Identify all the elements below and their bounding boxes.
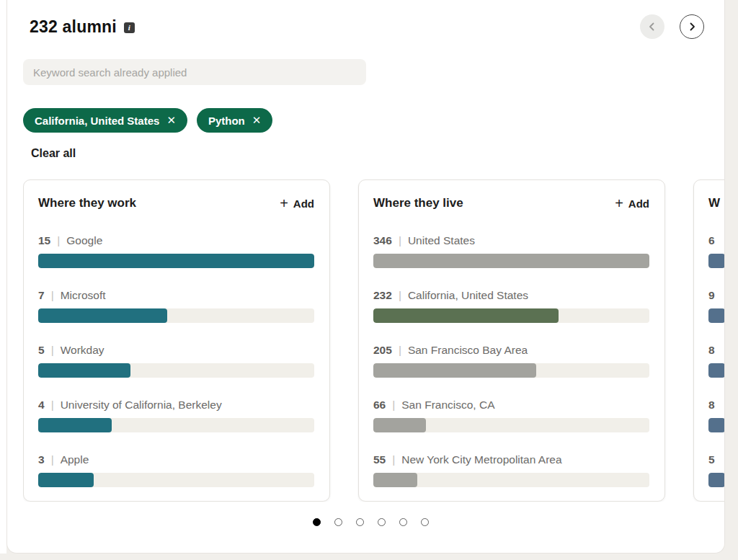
filter-pill-california[interactable]: California, United States ✕ (23, 108, 187, 133)
bar-fill (708, 254, 724, 268)
add-filter-button[interactable]: + Add (615, 197, 649, 210)
bar-row-label: 8 (708, 398, 724, 412)
add-filter-button[interactable]: + Add (280, 197, 314, 210)
bar-row-name: Workday (61, 343, 105, 357)
bar-row-label: 55 | New York City Metropolitan Area (373, 453, 649, 467)
bar-row[interactable]: 8 (708, 398, 724, 432)
bar-track (38, 308, 314, 323)
bar-row-name: Apple (61, 453, 89, 467)
bar-row-name: United States (408, 234, 475, 248)
filter-pills: California, United States ✕ Python ✕ (23, 108, 724, 133)
bar-track (373, 308, 649, 323)
bar-row[interactable]: 346 | United States (373, 234, 649, 268)
alumni-insights-panel: 232 alumni i California, United States ✕… (6, 0, 725, 554)
bar-row-count: 55 (373, 453, 386, 467)
bar-row[interactable]: 15 | Google (38, 234, 314, 268)
filter-pill-label: California, United States (35, 115, 159, 127)
bar-row[interactable]: 4 | University of California, Berkeley (38, 398, 314, 432)
bar-fill (373, 418, 426, 432)
info-icon[interactable]: i (124, 22, 135, 33)
bar-row[interactable]: 5 (708, 453, 724, 487)
bar-fill (373, 363, 536, 378)
bar-row[interactable]: 9 (708, 288, 724, 323)
bar-row-name: California, United States (408, 288, 528, 303)
bar-row-label: 5 | Workday (38, 343, 314, 357)
keyword-search-input[interactable] (23, 59, 366, 85)
separator: | (51, 288, 54, 303)
bar-fill (373, 473, 417, 487)
card-title: Where they live (373, 196, 463, 210)
header-bar: 232 alumni i (30, 14, 704, 39)
bar-row-label: 346 | United States (373, 234, 649, 248)
page-dot-2[interactable] (334, 518, 342, 526)
bar-row[interactable]: 7 | Microsoft (38, 288, 314, 323)
bar-row-label: 205 | San Francisco Bay Area (373, 343, 649, 357)
card-where-they-live: Where they live + Add 346 | United State… (358, 179, 665, 502)
separator: | (51, 398, 54, 412)
card-partially-visible: W 6 9 8 8 (693, 179, 724, 502)
bar-row-count: 8 (708, 343, 715, 357)
bar-row[interactable]: 3 | Apple (38, 453, 314, 487)
separator: | (51, 453, 54, 467)
carousel-next-button[interactable] (680, 14, 704, 39)
bar-fill (373, 308, 559, 323)
page-dot-6[interactable] (421, 518, 429, 526)
bar-row-count: 66 (373, 398, 386, 412)
bar-track (708, 418, 724, 432)
bar-row[interactable]: 66 | San Francisco, CA (373, 398, 649, 432)
bar-row-name: New York City Metropolitan Area (401, 453, 561, 467)
bar-fill (38, 363, 130, 378)
bar-row[interactable]: 6 (708, 234, 724, 268)
bar-row-count: 7 (38, 288, 45, 303)
bar-track (708, 254, 724, 268)
page-dot-5[interactable] (399, 518, 407, 526)
bar-row[interactable]: 232 | California, United States (373, 288, 649, 323)
bar-fill (38, 308, 167, 323)
bar-track (38, 363, 314, 378)
bar-fill (38, 473, 94, 487)
bar-row-label: 8 (708, 343, 724, 357)
bar-track (373, 254, 649, 268)
close-icon[interactable]: ✕ (252, 114, 262, 127)
bar-row-count: 5 (38, 343, 45, 357)
separator: | (57, 234, 60, 248)
bar-row-label: 3 | Apple (38, 453, 314, 467)
bar-fill (708, 418, 724, 432)
bar-fill (38, 254, 314, 268)
bar-track (38, 418, 314, 432)
page-dot-1[interactable] (313, 518, 321, 526)
separator: | (399, 343, 401, 357)
page-dot-4[interactable] (378, 518, 386, 526)
bar-row[interactable]: 55 | New York City Metropolitan Area (373, 453, 649, 487)
bar-row-name: Microsoft (61, 288, 106, 303)
bar-row-name: San Francisco, CA (401, 398, 494, 412)
chevron-right-icon (688, 22, 696, 31)
bar-track (708, 473, 724, 487)
carousel-prev-button[interactable] (640, 14, 664, 39)
bar-row-name: San Francisco Bay Area (408, 343, 528, 357)
bar-row-count: 346 (373, 234, 392, 248)
bar-row-count: 3 (38, 453, 45, 467)
bar-row[interactable]: 5 | Workday (38, 343, 314, 378)
bar-row-label: 7 | Microsoft (38, 288, 314, 303)
bar-track (38, 254, 314, 268)
bar-fill (708, 363, 724, 378)
separator: | (51, 343, 54, 357)
separator: | (399, 288, 401, 303)
bar-row[interactable]: 205 | San Francisco Bay Area (373, 343, 649, 378)
page-dot-3[interactable] (356, 518, 364, 526)
close-icon[interactable]: ✕ (166, 114, 176, 127)
chevron-left-icon (648, 22, 657, 31)
bar-row-label: 66 | San Francisco, CA (373, 398, 649, 412)
bar-track (373, 363, 649, 378)
bar-row-label: 4 | University of California, Berkeley (38, 398, 314, 412)
filter-pill-python[interactable]: Python ✕ (197, 108, 272, 133)
clear-all-button[interactable]: Clear all (31, 147, 76, 160)
bar-row[interactable]: 8 (708, 343, 724, 378)
bar-track (708, 363, 724, 378)
separator: | (392, 398, 395, 412)
bar-row-count: 4 (38, 398, 45, 412)
bar-row-label: 5 (708, 453, 724, 467)
bar-track (708, 308, 724, 323)
filter-pill-label: Python (208, 115, 245, 127)
